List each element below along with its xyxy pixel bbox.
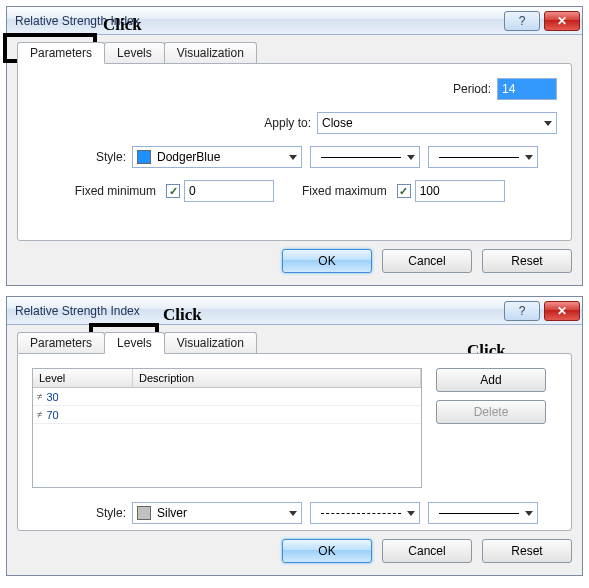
fixed-min-label: Fixed minimum: [32, 184, 162, 198]
period-input[interactable]: [497, 78, 557, 100]
tabstrip: Parameters Levels Visualization: [17, 329, 572, 353]
reset-button[interactable]: Reset: [482, 249, 572, 273]
line-preview: [321, 513, 401, 514]
chevron-down-icon: [407, 511, 415, 516]
color-swatch: [137, 506, 151, 520]
style-line-select[interactable]: [310, 146, 420, 168]
chevron-down-icon: [544, 121, 552, 126]
apply-to-select[interactable]: Close: [317, 112, 557, 134]
tab-parameters[interactable]: Parameters: [17, 332, 105, 353]
level-value: 70: [47, 409, 59, 421]
apply-to-label: Apply to:: [264, 116, 317, 130]
tab-levels[interactable]: Levels: [104, 332, 165, 354]
close-button[interactable]: ✕: [544, 11, 580, 31]
button-row: OK Cancel Reset: [17, 539, 572, 563]
delete-button[interactable]: Delete: [436, 400, 546, 424]
col-level[interactable]: Level: [33, 369, 133, 387]
level-value: 30: [47, 391, 59, 403]
table-header: Level Description: [33, 369, 421, 388]
tab-visualization[interactable]: Visualization: [164, 42, 257, 63]
cancel-button[interactable]: Cancel: [382, 539, 472, 563]
chevron-down-icon: [289, 511, 297, 516]
reset-button[interactable]: Reset: [482, 539, 572, 563]
style-label: Style:: [32, 150, 132, 164]
window-title: Relative Strength Index: [15, 304, 502, 318]
period-label: Period:: [453, 82, 497, 96]
ok-button[interactable]: OK: [282, 249, 372, 273]
table-row[interactable]: ≠70: [33, 406, 421, 424]
add-button[interactable]: Add: [436, 368, 546, 392]
levels-panel: Level Description ≠30 ≠70 Add Delete: [17, 353, 572, 531]
close-button[interactable]: ✕: [544, 301, 580, 321]
ok-button[interactable]: OK: [282, 539, 372, 563]
parameters-panel: Period: Apply to: Close Style: DodgerBlu…: [17, 63, 572, 241]
titlebar[interactable]: Relative Strength Index ? ✕: [7, 297, 582, 325]
style-color-select[interactable]: Silver: [132, 502, 302, 524]
tab-levels[interactable]: Levels: [104, 42, 165, 63]
style-line-select[interactable]: [310, 502, 420, 524]
chevron-down-icon: [525, 511, 533, 516]
titlebar[interactable]: Relative Strength Index ? ✕: [7, 7, 582, 35]
level-icon: ≠: [37, 410, 43, 420]
table-row[interactable]: ≠30: [33, 388, 421, 406]
style-width-select[interactable]: [428, 146, 538, 168]
style-width-select[interactable]: [428, 502, 538, 524]
help-button[interactable]: ?: [504, 301, 540, 321]
fixed-min-checkbox[interactable]: [166, 184, 180, 198]
cancel-button[interactable]: Cancel: [382, 249, 472, 273]
style-color-select[interactable]: DodgerBlue: [132, 146, 302, 168]
fixed-max-label: Fixed maximum: [302, 184, 393, 198]
fixed-max-input[interactable]: [415, 180, 505, 202]
color-swatch: [137, 150, 151, 164]
chevron-down-icon: [407, 155, 415, 160]
level-icon: ≠: [37, 392, 43, 402]
style-color-name: Silver: [157, 506, 187, 520]
chevron-down-icon: [289, 155, 297, 160]
tab-visualization[interactable]: Visualization: [164, 332, 257, 353]
fixed-min-input[interactable]: [184, 180, 274, 202]
tabstrip: Parameters Levels Visualization: [17, 39, 572, 63]
help-button[interactable]: ?: [504, 11, 540, 31]
style-color-name: DodgerBlue: [157, 150, 220, 164]
fixed-max-checkbox[interactable]: [397, 184, 411, 198]
col-description[interactable]: Description: [133, 369, 421, 387]
apply-to-value: Close: [322, 116, 353, 130]
tab-parameters[interactable]: Parameters: [17, 42, 105, 64]
chevron-down-icon: [525, 155, 533, 160]
window-title: Relative Strength Index: [15, 14, 502, 28]
style-label: Style:: [32, 506, 132, 520]
rsi-dialog-levels: Relative Strength Index ? ✕ Parameters L…: [6, 296, 583, 576]
line-preview: [439, 157, 519, 158]
line-preview: [439, 513, 519, 514]
levels-table[interactable]: Level Description ≠30 ≠70: [32, 368, 422, 488]
button-row: OK Cancel Reset: [17, 249, 572, 273]
rsi-dialog-parameters: Relative Strength Index ? ✕ Parameters L…: [6, 6, 583, 286]
line-preview: [321, 157, 401, 158]
